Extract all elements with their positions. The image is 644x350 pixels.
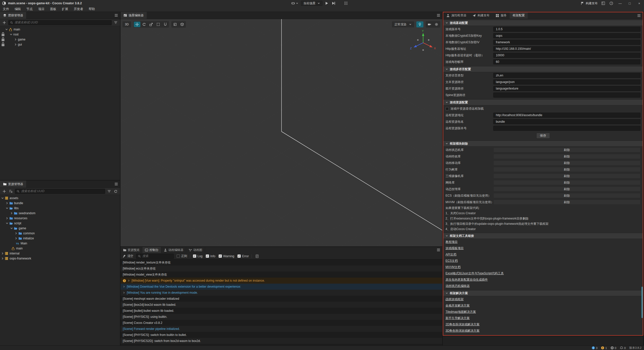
menu-item[interactable]: 面板 — [47, 7, 59, 12]
tree-row[interactable]: libs — [0, 206, 120, 211]
field-input[interactable]: http://localhost:8083/assets/bundle — [493, 113, 640, 118]
field-input[interactable]: http://192.168.0.150/main/ — [493, 46, 640, 51]
assets-filter-button[interactable] — [107, 189, 112, 194]
filter-info[interactable]: ✓Info — [206, 254, 215, 258]
menu-item[interactable]: 节点 — [24, 7, 35, 12]
remote-load-checkbox-row[interactable]: 游戏中资源是否远程加载 — [443, 105, 643, 112]
log-row[interactable]: [Scene] [PHYSICS]: switch from builtin t… — [120, 332, 442, 338]
menu-item[interactable]: 开发者 — [71, 7, 86, 12]
inspector-tab[interactable]: 框架配置 — [510, 12, 528, 19]
remove-module-button[interactable]: 剔除 — [493, 187, 640, 192]
link-row[interactable]: 2D角色扮演游戏解决方案 — [443, 321, 643, 328]
log-row[interactable]: [Scene] meshopt wasm decoder initialized — [120, 296, 442, 302]
scene-viewport[interactable]: 3D 正常渲染 — [120, 19, 442, 246]
link-row[interactable]: 战棋游戏框架 — [443, 296, 643, 302]
coordinate-toggle-button[interactable] — [179, 22, 185, 27]
clear-console-button[interactable]: 清空 — [123, 254, 133, 258]
regex-checkbox[interactable]: 正则 — [177, 254, 187, 258]
scrollbar-thumb[interactable] — [641, 287, 643, 318]
scene-settings-button[interactable] — [433, 22, 440, 27]
create-asset-button[interactable] — [2, 189, 7, 194]
rotate-tool-button[interactable] — [141, 22, 147, 27]
link[interactable]: API文档 — [446, 252, 456, 257]
console-tab[interactable]: 动画编辑器 — [161, 247, 186, 253]
console-search-input[interactable]: 搜索 — [136, 254, 174, 259]
filter-warning[interactable]: ✓Warning — [219, 254, 234, 258]
link[interactable]: 新手引导解决方案 — [446, 316, 470, 320]
log-row[interactable]: [Scene] [bullet]:bullet wasm lib loaded. — [120, 308, 442, 314]
field-input[interactable]: oops — [493, 33, 640, 38]
tree-row[interactable]: seedrandom — [0, 211, 120, 216]
projection-toggle[interactable]: 3D — [123, 21, 131, 27]
inspector-tab[interactable]: 服务 — [493, 12, 510, 19]
tree-row[interactable]: script — [0, 221, 120, 226]
scale-tool-button[interactable] — [148, 22, 154, 27]
log-row[interactable]: [Window] Download the Vue Devtools exten… — [120, 284, 442, 290]
log-row[interactable]: [Window] render_texture文件夹存在 — [120, 259, 442, 266]
link[interactable]: ECS文档 — [446, 259, 458, 263]
remove-module-button[interactable]: 剔除 — [493, 200, 640, 205]
log-row[interactable]: [Scene] [PHYSICS2D]: switch from box2d-w… — [120, 338, 442, 344]
link-row[interactable]: API文档 — [443, 251, 643, 258]
layout-grid-button[interactable] — [343, 1, 348, 6]
filter-error[interactable]: ✓Error — [237, 254, 249, 258]
anchor-tool-button[interactable] — [162, 22, 169, 27]
expand-icon[interactable] — [123, 285, 125, 288]
link[interactable]: MVVM文档 — [446, 265, 461, 269]
log-row[interactable]: [Scene] Cocos Creator v3.8.2 — [120, 320, 442, 326]
tree-row[interactable]: root — [0, 32, 120, 37]
console-tab[interactable]: 资源预览 — [120, 247, 142, 253]
tree-row[interactable]: common — [0, 231, 120, 236]
link-row[interactable]: ECS文档 — [443, 258, 643, 264]
render-mode-dropdown[interactable]: 正常渲染 — [392, 21, 414, 27]
tree-row[interactable]: resources — [0, 216, 120, 221]
pivot-toggle-button[interactable] — [172, 22, 178, 27]
remove-module-button[interactable]: 剔除 — [493, 154, 640, 159]
notification-button[interactable]: 0 — [620, 346, 626, 349]
assets-menu-button[interactable] — [112, 181, 120, 188]
filter-log[interactable]: ✓Log — [193, 254, 203, 258]
field-input[interactable]: framework — [493, 40, 640, 45]
hierarchy-menu-button[interactable] — [112, 12, 120, 19]
tab-scene-editor[interactable]: 场景编辑器 — [120, 12, 147, 19]
field-input[interactable]: 60 — [493, 59, 640, 64]
preview-device-button[interactable] — [291, 1, 299, 6]
remove-module-button[interactable]: 剔除 — [493, 167, 640, 172]
log-row[interactable]: [Window] You are running Vue in developm… — [120, 290, 442, 296]
link-row[interactable]: 新手引导解决方案 — [443, 315, 643, 321]
menu-item[interactable]: 帮助 — [86, 7, 98, 12]
error-count-button[interactable]: 0 — [611, 346, 616, 349]
log-row[interactable]: [Window] ecs文件夹存在 — [120, 266, 442, 272]
section-header[interactable]: 框架文档工具链接 — [443, 233, 643, 239]
maximize-button[interactable]: □ — [626, 2, 633, 5]
move-tool-button[interactable] — [134, 22, 140, 27]
link[interactable]: 游戏模板项目 — [446, 246, 464, 250]
tab-hierarchy[interactable]: 层级管理器 — [0, 12, 26, 19]
rect-tool-button[interactable] — [155, 22, 162, 27]
field-input[interactable]: language/texture — [493, 86, 640, 91]
link-row[interactable]: Tiledmap地图解决方案 — [443, 309, 643, 315]
menu-item[interactable]: 扩展 — [59, 7, 71, 12]
field-input[interactable]: zh,en — [493, 73, 640, 78]
step-button[interactable] — [331, 1, 336, 6]
expand-icon[interactable] — [128, 279, 130, 282]
hierarchy-search-input[interactable]: 搜索名称或 UUID — [8, 20, 112, 25]
console-menu-button[interactable] — [435, 247, 442, 253]
tab-assets[interactable]: 资源管理器 — [0, 181, 26, 188]
tree-row[interactable]: main — [0, 27, 120, 32]
link[interactable]: 战棋游戏框架 — [446, 297, 464, 301]
console-tab[interactable]: 控制台 — [142, 247, 161, 253]
lighting-toggle-button[interactable] — [416, 21, 423, 27]
log-row[interactable]: [Window] model_view文件夹存在 — [120, 272, 442, 278]
import-asset-button[interactable] — [8, 189, 13, 194]
link-row[interactable]: 游戏模板项目 — [443, 245, 643, 251]
save-button[interactable]: 保存 — [536, 133, 550, 139]
remove-module-button[interactable]: 剔除 — [493, 173, 640, 179]
help-button[interactable]: ? — [609, 1, 614, 6]
log-row[interactable]: [Window] [Vue warn]: Property "onInput" … — [120, 278, 442, 284]
minimize-button[interactable]: — — [617, 2, 623, 5]
remove-module-button[interactable]: 剔除 — [493, 160, 640, 165]
link-row[interactable]: 动画状态机编辑器 — [443, 283, 643, 289]
section-header[interactable]: 框架解决方案 — [443, 290, 643, 296]
log-row[interactable]: [Scene] [PHYSICS]: using builtin. — [120, 314, 442, 320]
